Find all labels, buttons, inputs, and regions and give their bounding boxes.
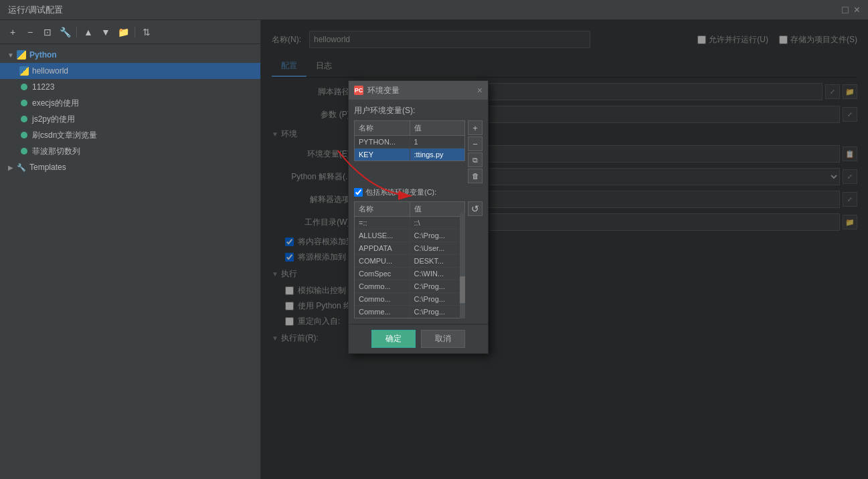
add-config-button[interactable]: + bbox=[5, 25, 20, 39]
user-env-add-button[interactable]: + bbox=[468, 120, 483, 135]
templates-icon: 🔧 bbox=[16, 162, 27, 173]
scrollbar-thumb[interactable] bbox=[460, 276, 465, 303]
sys-env-toolbar: ↺ bbox=[468, 201, 483, 216]
title-text: 运行/调试配置 bbox=[8, 4, 63, 16]
maximize-icon[interactable]: □ bbox=[842, 4, 849, 16]
user-env-row-1-name: KEY bbox=[355, 149, 410, 161]
user-col-value: 值 bbox=[410, 121, 465, 135]
remove-config-button[interactable]: − bbox=[23, 25, 37, 39]
user-env-label: 用户环境变量(S): bbox=[354, 105, 483, 116]
sys-env-row-5[interactable]: Commo... C:\Prog... bbox=[355, 280, 464, 293]
user-env-delete-button[interactable]: 🗑 bbox=[468, 169, 483, 183]
sys-env-row-1[interactable]: ALLUSE... C:\Prog... bbox=[355, 229, 464, 242]
user-col-name: 名称 bbox=[355, 121, 410, 135]
modal-cancel-button[interactable]: 取消 bbox=[421, 330, 465, 348]
sys-env-row-6-value: C:\Prog... bbox=[410, 293, 465, 305]
item-11223-label: 11223 bbox=[32, 82, 54, 92]
close-icon[interactable]: × bbox=[854, 4, 860, 16]
include-system-checkbox[interactable] bbox=[354, 188, 363, 197]
sys-env-row-5-value: C:\Prog... bbox=[410, 280, 465, 292]
sys-env-row-4-value: C:\WIN... bbox=[410, 268, 465, 280]
sys-env-table-container: 名称 值 =:: ::\ ALLUSE... C:\Prog. bbox=[354, 201, 465, 318]
sidebar-item-csdn[interactable]: 刷csdn文章浏览量 bbox=[0, 127, 260, 143]
user-env-row-1-value: :ttings.py bbox=[410, 149, 465, 161]
sidebar: + − ⊡ 🔧 ▲ ▼ 📁 ⇅ ▼ Python bbox=[0, 20, 261, 479]
python-root-label: Python bbox=[29, 50, 57, 60]
sys-env-row-6-name: Commo... bbox=[355, 293, 410, 305]
sidebar-item-helloworld[interactable]: helloworld bbox=[0, 63, 260, 79]
user-env-row-0-name: PYTHON... bbox=[355, 136, 410, 148]
sys-env-row-4[interactable]: ComSpec C:\WIN... bbox=[355, 268, 464, 280]
user-env-row-0[interactable]: PYTHON... 1 bbox=[355, 136, 464, 149]
modal-ok-button[interactable]: 确定 bbox=[371, 330, 416, 348]
circle-icon-csdn bbox=[19, 130, 29, 140]
user-env-table-container: 名称 值 PYTHON... 1 KEY :ttings.py bbox=[354, 120, 465, 161]
sys-env-row-2-name: APPDATA bbox=[355, 242, 410, 254]
separator1 bbox=[76, 27, 77, 37]
helloworld-label: helloworld bbox=[32, 66, 68, 76]
modal-title-text: 环境变量 bbox=[367, 85, 400, 96]
modal-body: 用户环境变量(S): 名称 值 PYTHON... 1 bbox=[349, 100, 488, 324]
user-env-row-0-value: 1 bbox=[410, 136, 465, 148]
user-env-table-wrap: 名称 值 PYTHON... 1 KEY :ttings.py bbox=[354, 120, 483, 183]
sys-env-row-1-value: C:\Prog... bbox=[410, 229, 465, 242]
user-env-copy-button[interactable]: ⧉ bbox=[468, 153, 483, 167]
sys-env-row-3[interactable]: COMPU... DESKT... bbox=[355, 255, 464, 268]
sidebar-item-python[interactable]: ▼ Python bbox=[0, 47, 260, 63]
sidebar-toolbar: + − ⊡ 🔧 ▲ ▼ 📁 ⇅ bbox=[0, 20, 260, 44]
include-system-checkbox-row: 包括系统环境变量(C): bbox=[354, 187, 483, 197]
sys-env-row-2[interactable]: APPDATA C:\User... bbox=[355, 242, 464, 255]
circle-icon-fibo bbox=[19, 146, 29, 157]
sys-col-name: 名称 bbox=[355, 202, 410, 216]
sys-env-row-7-name: Comme... bbox=[355, 306, 410, 318]
user-env-remove-button[interactable]: − bbox=[468, 136, 483, 151]
fibo-label: 菲波那切数列 bbox=[32, 146, 80, 157]
modal-title-icon-group: PC 环境变量 bbox=[354, 85, 400, 96]
sidebar-item-fibo[interactable]: 菲波那切数列 bbox=[0, 143, 260, 159]
sys-env-row-6[interactable]: Commo... C:\Prog... bbox=[355, 293, 464, 306]
copy-config-button[interactable]: ⊡ bbox=[40, 25, 55, 39]
modal-buttons: 确定 取消 bbox=[349, 324, 488, 353]
sidebar-tree: ▼ Python helloworld 11223 bbox=[0, 44, 260, 479]
sidebar-item-execjs[interactable]: execjs的使用 bbox=[0, 95, 260, 111]
modal-overlay: PC 环境变量 × 用户环境变量(S): 名称 值 bbox=[261, 20, 868, 479]
sys-env-row-0[interactable]: =:: ::\ bbox=[355, 217, 464, 229]
folder-button[interactable]: 📁 bbox=[116, 25, 131, 39]
sys-env-row-5-name: Commo... bbox=[355, 280, 410, 292]
templates-label: Templates bbox=[29, 163, 66, 172]
include-system-label: 包括系统环境变量(C): bbox=[365, 187, 436, 197]
move-up-button[interactable]: ▲ bbox=[81, 25, 96, 39]
python-root-icon bbox=[16, 50, 27, 60]
main-layout: + − ⊡ 🔧 ▲ ▼ 📁 ⇅ ▼ Python bbox=[0, 20, 868, 479]
user-env-table-body: PYTHON... 1 KEY :ttings.py bbox=[354, 135, 465, 161]
pc-icon-text: PC bbox=[355, 87, 363, 94]
sidebar-item-templates[interactable]: ▶ 🔧 Templates bbox=[0, 159, 260, 175]
sys-env-row-3-value: DESKT... bbox=[410, 255, 465, 267]
js2py-label: js2py的使用 bbox=[32, 114, 75, 125]
circle-icon-execjs bbox=[19, 98, 29, 108]
sidebar-item-js2py[interactable]: js2py的使用 bbox=[0, 111, 260, 127]
content-area: 名称(N): 允许并行运行(U) 存储为项目文件(S) 配置 日志 脚本路径: bbox=[261, 20, 868, 479]
settings-config-button[interactable]: 🔧 bbox=[58, 25, 72, 39]
pc-app-icon: PC bbox=[354, 86, 363, 95]
sys-env-table-header: 名称 值 bbox=[354, 201, 465, 216]
circle-icon-js2py bbox=[19, 114, 29, 124]
sys-env-row-7[interactable]: Comme... C:\Prog... bbox=[355, 306, 464, 318]
separator2 bbox=[135, 27, 135, 37]
helloworld-icon bbox=[19, 66, 29, 76]
sys-env-row-3-name: COMPU... bbox=[355, 255, 410, 267]
execjs-label: execjs的使用 bbox=[32, 98, 79, 109]
sys-env-row-2-value: C:\User... bbox=[410, 242, 465, 254]
move-down-button[interactable]: ▼ bbox=[98, 25, 113, 39]
sys-env-table-wrap: 名称 值 =:: ::\ ALLUSE... C:\Prog. bbox=[354, 201, 483, 318]
modal-close-button[interactable]: × bbox=[477, 85, 483, 96]
user-env-table-header: 名称 值 bbox=[354, 120, 465, 135]
user-env-toolbar: + − ⧉ 🗑 bbox=[468, 120, 483, 183]
sort-button[interactable]: ⇅ bbox=[139, 25, 154, 39]
user-env-row-1[interactable]: KEY :ttings.py bbox=[355, 149, 464, 161]
sys-env-reset-button[interactable]: ↺ bbox=[468, 201, 483, 216]
sys-env-row-0-value: ::\ bbox=[410, 217, 465, 229]
sys-env-row-0-name: =:: bbox=[355, 217, 410, 229]
env-variables-modal: PC 环境变量 × 用户环境变量(S): 名称 值 bbox=[348, 80, 489, 354]
sidebar-item-11223[interactable]: 11223 bbox=[0, 79, 260, 95]
